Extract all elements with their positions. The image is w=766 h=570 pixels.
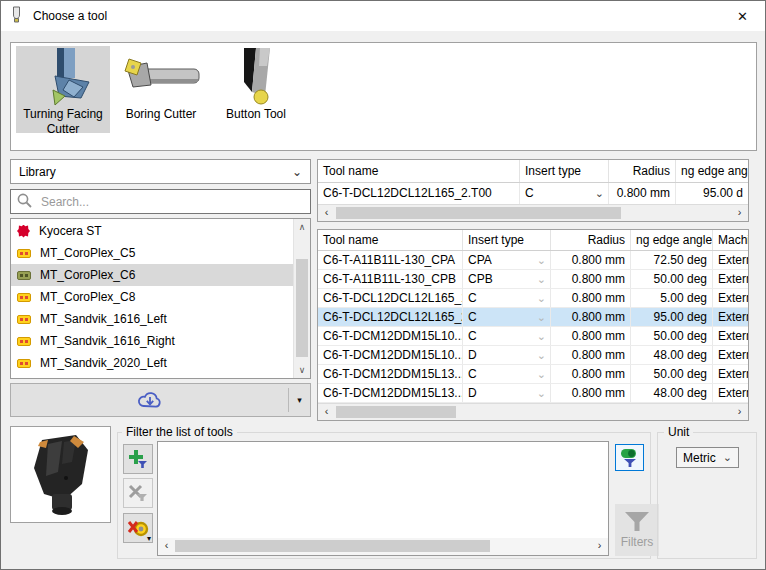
- insert-type-cell[interactable]: C ⌄: [463, 289, 551, 307]
- list-item[interactable]: MT_Sandvik_2020_Right: [11, 374, 293, 379]
- scroll-up-icon[interactable]: ∧: [294, 219, 310, 235]
- selected-tool-table-hscrollbar[interactable]: ‹ ›: [318, 204, 748, 221]
- tool-type-turning-facing-cutter[interactable]: Turning Facing Cutter: [16, 46, 110, 133]
- column-header[interactable]: Insert type: [463, 230, 551, 250]
- unit-dropdown-value: Metric: [683, 451, 716, 465]
- scrollbar-thumb[interactable]: [336, 207, 621, 219]
- insert-type-cell[interactable]: C ⌄: [520, 183, 609, 204]
- add-filter-button[interactable]: [123, 444, 153, 474]
- radius-cell: 0.800 mm: [551, 270, 631, 288]
- chevron-down-icon: ⌄: [537, 327, 546, 345]
- list-item[interactable]: MT_CoroPlex_C6: [11, 264, 293, 286]
- search-box[interactable]: [10, 189, 311, 214]
- title-bar: Choose a tool ✕: [1, 1, 765, 31]
- library-dropdown-label: Library: [19, 165, 56, 179]
- tool-type-label: Turning Facing Cutter: [16, 107, 110, 137]
- tools-table-hscrollbar[interactable]: ‹ ›: [318, 403, 748, 420]
- column-header[interactable]: Radius: [609, 160, 676, 182]
- download-library-button[interactable]: ▾: [10, 383, 311, 417]
- search-input[interactable]: [39, 194, 304, 210]
- tool-name-cell: C6-T-A11B11L-130_CPA: [318, 251, 463, 269]
- machining-cell: Externa: [713, 384, 748, 402]
- machining-cell: Externa: [713, 251, 748, 269]
- scroll-right-icon[interactable]: ›: [731, 404, 748, 420]
- radius-cell: 0.800 mm: [551, 327, 631, 345]
- chevron-down-icon: ⌄: [537, 251, 546, 269]
- insert-type-cell[interactable]: CPB ⌄: [463, 270, 551, 288]
- filters-button[interactable]: Filters: [615, 504, 659, 556]
- column-header[interactable]: Tool name: [318, 160, 520, 182]
- scroll-left-icon[interactable]: ‹: [318, 404, 335, 420]
- table-row[interactable]: C6-T-DCM12DDM15L13... D ⌄ 0.800 mm 48.00…: [318, 384, 748, 403]
- library-dropdown[interactable]: Library ⌄: [10, 159, 311, 184]
- menu-arrow-icon[interactable]: ▾: [147, 534, 151, 543]
- chevron-down-icon: ⌄: [537, 270, 546, 288]
- table-row[interactable]: C6-T-DCL12DCL12L165_1 C ⌄ 0.800 mm 5.00 …: [318, 289, 748, 308]
- machining-cell: Externa: [713, 308, 748, 326]
- insert-type-cell[interactable]: D ⌄: [463, 346, 551, 364]
- filter-list[interactable]: ‹ ›: [157, 441, 609, 556]
- download-menu-arrow[interactable]: ▾: [289, 384, 310, 416]
- table-row[interactable]: C6-T-A11B11L-130_CPA CPA ⌄ 0.800 mm 72.5…: [318, 251, 748, 270]
- selected-tool-table-header: Tool name Insert type Radius ng edge ang: [318, 160, 748, 183]
- insert-type-cell[interactable]: C ⌄: [463, 327, 551, 345]
- angle-cell: 72.50 deg: [631, 251, 713, 269]
- column-header[interactable]: Radius: [551, 230, 631, 250]
- turning-facing-cutter-icon: [31, 48, 95, 106]
- filter-toggle-button[interactable]: [615, 444, 644, 471]
- unit-dropdown[interactable]: Metric ⌄: [676, 447, 739, 468]
- machining-cell: Externa: [713, 327, 748, 345]
- scrollbar-thumb[interactable]: [296, 259, 308, 357]
- column-header[interactable]: Tool name: [318, 230, 463, 250]
- list-item[interactable]: MT_Sandvik_2020_Left: [11, 352, 293, 374]
- table-row[interactable]: C6-T-DCM12DDM15L10... D ⌄ 0.800 mm 48.00…: [318, 346, 748, 365]
- table-row[interactable]: C6-T-A11B11L-130_CPB CPB ⌄ 0.800 mm 50.0…: [318, 270, 748, 289]
- filter-list-hscrollbar[interactable]: ‹ ›: [158, 538, 608, 555]
- column-header[interactable]: Machin: [713, 230, 748, 250]
- scroll-right-icon[interactable]: ›: [591, 538, 608, 554]
- list-item[interactable]: MT_Sandvik_1616_Left: [11, 308, 293, 330]
- radius-cell: 0.800 mm: [551, 346, 631, 364]
- radius-cell: 0.800 mm: [551, 289, 631, 307]
- tool-name-cell: C6-T-DCM12DDM15L10...: [318, 346, 463, 364]
- chevron-down-icon: ⌄: [292, 167, 302, 177]
- insert-type-cell[interactable]: D ⌄: [463, 384, 551, 402]
- scrollbar-thumb[interactable]: [336, 406, 456, 418]
- scroll-left-icon[interactable]: ‹: [158, 538, 175, 554]
- tool-type-boring-cutter[interactable]: Boring Cutter: [114, 46, 208, 133]
- list-item[interactable]: MT_CoroPlex_C5: [11, 242, 293, 264]
- scroll-left-icon[interactable]: ‹: [318, 205, 335, 221]
- chevron-down-icon: ⌄: [537, 384, 546, 402]
- library-list-scrollbar[interactable]: ∧ ∨: [293, 219, 310, 378]
- list-item[interactable]: MT_Sandvik_1616_Right: [11, 330, 293, 352]
- library-icon: [17, 225, 30, 238]
- table-row[interactable]: C6-T-DCL12DCL12L165_2 C ⌄ 0.800 mm 95.00…: [318, 308, 748, 327]
- column-header[interactable]: ng edge angle: [631, 230, 713, 250]
- library-icon: [17, 271, 31, 280]
- machining-cell: Externa: [713, 270, 748, 288]
- tool-type-button-tool[interactable]: Button Tool: [212, 46, 300, 133]
- clear-filter-button[interactable]: ▾: [123, 513, 153, 543]
- selected-tool-row[interactable]: C6-T-DCL12DCL12L165_2.T00 C ⌄ 0.800 mm 9…: [318, 183, 748, 204]
- scrollbar-thumb[interactable]: [175, 540, 490, 552]
- add-filter-icon: [128, 449, 148, 469]
- selected-tool-table: Tool name Insert type Radius ng edge ang…: [317, 159, 749, 222]
- insert-type-cell[interactable]: C ⌄: [463, 365, 551, 383]
- column-header[interactable]: ng edge ang: [676, 160, 748, 182]
- delete-filter-button[interactable]: [123, 478, 153, 508]
- list-item[interactable]: Kyocera ST: [11, 220, 293, 242]
- table-row[interactable]: C6-T-DCM12DDM15L13... C ⌄ 0.800 mm 50.00…: [318, 365, 748, 384]
- column-header[interactable]: Insert type: [520, 160, 609, 182]
- insert-type-cell[interactable]: C ⌄: [463, 308, 551, 326]
- machining-cell: Externa: [713, 346, 748, 364]
- list-item[interactable]: MT_CoroPlex_C8: [11, 286, 293, 308]
- table-row[interactable]: C6-T-DCM12DDM15L10... C ⌄ 0.800 mm 50.00…: [318, 327, 748, 346]
- scroll-right-icon[interactable]: ›: [731, 205, 748, 221]
- insert-type-cell[interactable]: CPA ⌄: [463, 251, 551, 269]
- close-icon[interactable]: ✕: [720, 1, 765, 31]
- chevron-down-icon[interactable]: ⌄: [595, 183, 604, 203]
- scroll-down-icon[interactable]: ∨: [294, 362, 310, 378]
- tool-photo: [18, 432, 104, 518]
- tool-name-cell: C6-T-DCL12DCL12L165_2: [318, 308, 463, 326]
- library-items: Kyocera ST MT_CoroPlex_C5 MT_CoroPlex_C6…: [11, 220, 293, 379]
